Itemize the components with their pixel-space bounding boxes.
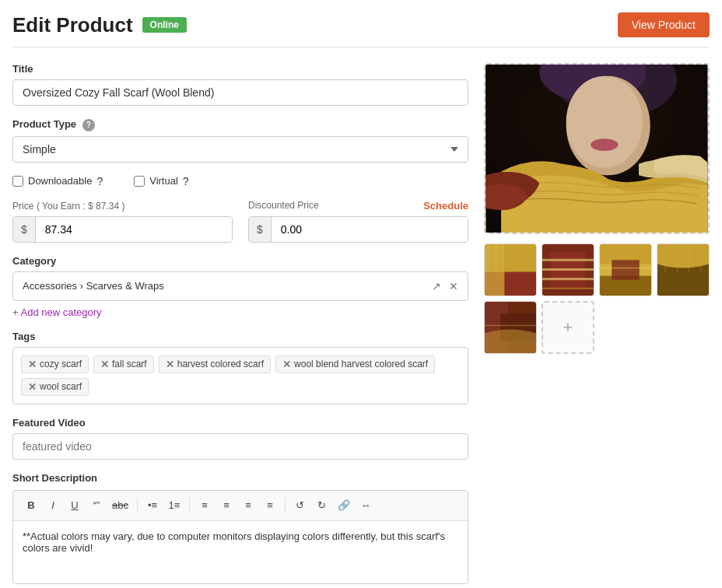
schedule-link[interactable]: Schedule [423, 200, 468, 212]
tag-fall-scarf: ✕ fall scarf [93, 355, 154, 373]
view-product-button[interactable]: View Product [618, 12, 710, 37]
toolbar-align-center-button[interactable]: ≡ [216, 495, 237, 516]
thumbnail-5[interactable] [484, 301, 537, 354]
toolbar-divider-2 [189, 498, 190, 513]
tag-wool-blend-harvest-colored-scarf: ✕ wool blend harvest colored scarf [275, 355, 435, 373]
thumbnail-grid-row2: + [484, 301, 710, 354]
status-badge: Online [142, 17, 187, 33]
edit-category-icon[interactable]: ↗ [432, 280, 441, 292]
category-actions: ↗ ✕ [432, 280, 458, 292]
toolbar-redo-button[interactable]: ↻ [312, 495, 332, 516]
main-content: Title Product Type ? Simple Variable Gro… [12, 63, 710, 588]
svg-point-5 [591, 138, 618, 151]
virtual-help-icon[interactable]: ? [183, 175, 189, 187]
svg-point-4 [566, 76, 643, 168]
toolbar-align-left-button[interactable]: ≡ [195, 495, 215, 516]
thumbnail-2[interactable] [542, 243, 594, 296]
tag-remove-wool-blend-harvest-colored-scarf[interactable]: ✕ [282, 359, 291, 370]
featured-video-input[interactable] [12, 433, 468, 460]
toolbar-align-right-button[interactable]: ≡ [238, 495, 258, 516]
toolbar-undo-button[interactable]: ↺ [290, 495, 310, 516]
product-type-help-icon[interactable]: ? [82, 119, 95, 131]
toolbar-divider-3 [285, 498, 286, 513]
price-prefix: $ [13, 217, 36, 242]
tag-remove-harvest-colored-scarf[interactable]: ✕ [166, 359, 174, 370]
toolbar-align-justify-button[interactable]: ≡ [260, 495, 280, 516]
add-thumbnail-icon: + [563, 317, 573, 338]
toolbar-underline-button[interactable]: U [65, 495, 85, 516]
downloadable-checkbox[interactable] [12, 176, 23, 187]
title-input[interactable] [12, 79, 468, 106]
short-desc-label: Short Description [12, 472, 468, 484]
discounted-price-group: Discounted Price Schedule $ [248, 200, 468, 243]
page-header: Edit Product Online View Product [12, 12, 710, 47]
right-panel: + [484, 63, 710, 588]
toolbar-ul-button[interactable]: •≡ [142, 495, 163, 516]
editor-container: B I U “” abc •≡ 1≡ ≡ ≡ ≡ ≡ ↺ [12, 490, 468, 584]
discounted-price-label: Discounted Price [248, 200, 319, 211]
price-input[interactable] [36, 217, 232, 242]
discounted-price-input-wrap: $ [248, 216, 468, 243]
price-input-wrap: $ [12, 216, 233, 243]
product-type-group: Product Type ? Simple Variable Grouped E… [12, 118, 468, 163]
svg-rect-12 [485, 244, 504, 296]
toolbar-blockquote-button[interactable]: “” [86, 495, 107, 516]
discounted-prefix: $ [249, 217, 272, 242]
featured-video-group: Featured Video [12, 417, 468, 460]
price-label-wrap: Price ( You Earn : $ 87.34 ) [12, 200, 233, 212]
toolbar-bold-button[interactable]: B [21, 495, 41, 516]
page-title: Edit Product [12, 13, 133, 37]
featured-video-label: Featured Video [12, 417, 468, 429]
toolbar-fullscreen-button[interactable]: ↔ [356, 495, 376, 516]
editor-content-area[interactable]: **Actual colors may vary, due to compute… [13, 521, 468, 583]
thumbnail-1[interactable] [484, 243, 537, 296]
toolbar-divider-1 [137, 498, 138, 513]
editor-toolbar: B I U “” abc •≡ 1≡ ≡ ≡ ≡ ≡ ↺ [13, 491, 468, 521]
product-type-label: Product Type ? [12, 118, 468, 131]
header-left: Edit Product Online [12, 13, 187, 37]
downloadable-label: Downloadable [28, 175, 92, 187]
category-box: Accessories › Scarves & Wraps ↗ ✕ [12, 271, 468, 301]
toolbar-strikethrough-button[interactable]: abc [108, 495, 132, 516]
product-type-select[interactable]: Simple Variable Grouped External/Affilia… [12, 136, 468, 163]
add-thumbnail-button[interactable]: + [542, 301, 594, 354]
tags-container[interactable]: ✕ cozy scarf ✕ fall scarf ✕ harvest colo… [12, 347, 468, 404]
virtual-label: Virtual [149, 175, 178, 187]
svg-rect-24 [612, 260, 640, 279]
main-product-image[interactable] [484, 63, 710, 234]
tag-cozy-scarf: ✕ cozy scarf [21, 355, 89, 373]
discounted-price-label-wrap: Discounted Price Schedule [248, 200, 468, 212]
virtual-checkbox[interactable] [134, 176, 145, 187]
tag-remove-wool-scarf[interactable]: ✕ [28, 381, 37, 393]
left-panel: Title Product Type ? Simple Variable Gro… [12, 63, 468, 588]
downloadable-help-icon[interactable]: ? [96, 175, 103, 187]
toolbar-ol-button[interactable]: 1≡ [164, 495, 184, 516]
price-label: Price [12, 201, 33, 212]
add-category-link[interactable]: + Add new category [12, 306, 102, 318]
category-path: Accessories › Scarves & Wraps [23, 280, 164, 292]
tag-remove-fall-scarf[interactable]: ✕ [100, 359, 109, 370]
tag-remove-cozy-scarf[interactable]: ✕ [28, 359, 37, 370]
short-description-group: Short Description B I U “” abc •≡ 1≡ ≡ ≡ [12, 472, 468, 584]
toolbar-italic-button[interactable]: I [43, 495, 63, 516]
tag-harvest-colored-scarf: ✕ harvest colored scarf [159, 355, 271, 373]
downloadable-item: Downloadable ? [12, 175, 103, 187]
category-label: Category [12, 255, 468, 267]
price-earn-label: ( You Earn : $ 87.34 ) [37, 201, 124, 212]
tags-label: Tags [12, 331, 468, 342]
title-group: Title [12, 63, 468, 106]
remove-category-icon[interactable]: ✕ [449, 280, 458, 292]
price-row: Price ( You Earn : $ 87.34 ) $ Discounte… [12, 200, 468, 243]
price-group: Price ( You Earn : $ 87.34 ) $ [12, 200, 233, 243]
toolbar-link-button[interactable]: 🔗 [334, 495, 354, 516]
thumbnail-4[interactable] [657, 243, 710, 296]
main-image-display [485, 65, 708, 233]
discounted-price-input[interactable] [272, 217, 468, 242]
tags-group: Tags ✕ cozy scarf ✕ fall scarf ✕ harvest… [12, 331, 468, 404]
tag-wool-scarf: ✕ wool scarf [21, 378, 89, 396]
thumbnail-grid-row1 [484, 243, 710, 296]
checkbox-row: Downloadable ? Virtual ? [12, 175, 468, 187]
thumbnail-3[interactable] [599, 243, 652, 296]
title-label: Title [12, 63, 468, 75]
category-group: Category Accessories › Scarves & Wraps ↗… [12, 255, 468, 318]
